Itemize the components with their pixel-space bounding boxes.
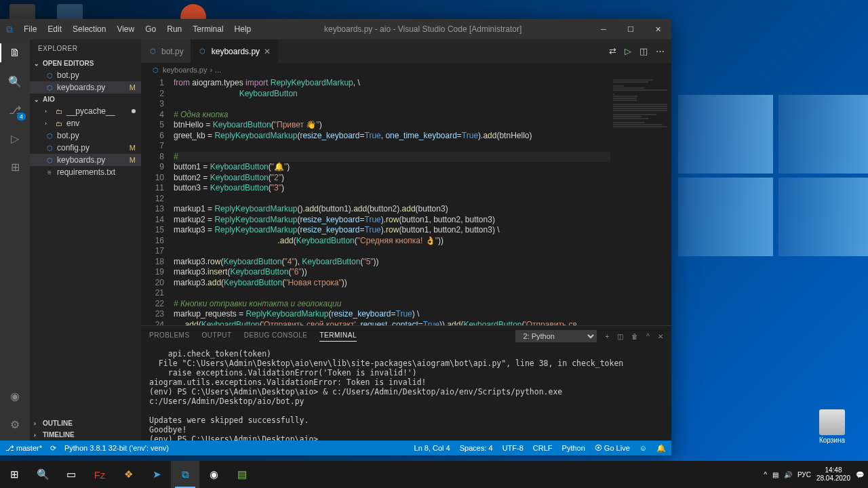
clock[interactable]: 14:48 28.04.2020	[816, 466, 850, 483]
vscode-taskbar-icon[interactable]: ⧉	[171, 461, 199, 488]
file-tree-item[interactable]: ⬡keyboards.pyM	[30, 154, 141, 166]
menubar: FileEditSelectionViewGoRunTerminalHelp	[19, 24, 256, 34]
maximize-button[interactable]: ☐	[617, 19, 644, 39]
menu-view[interactable]: View	[112, 24, 139, 34]
folder-section[interactable]: ⌄AIO	[30, 94, 141, 105]
python-file-icon: ⬡	[151, 65, 160, 75]
code-editor[interactable]: 123456789101112131415161718192021222324 …	[141, 77, 671, 325]
panel-tab-output[interactable]: OUTPUT	[202, 331, 232, 342]
indentation[interactable]: Spaces: 4	[460, 444, 493, 453]
file-tree-item[interactable]: ›🗀__pycache__	[30, 105, 141, 117]
minimap[interactable]	[610, 77, 671, 325]
titlebar[interactable]: ⧉ FileEditSelectionViewGoRunTerminalHelp…	[0, 19, 671, 39]
terminal[interactable]: api.check_token(token) File "C:\Users\Ad…	[141, 346, 671, 441]
folder-icon: 🗀	[54, 106, 64, 116]
window-controls: ─ ☐ ✕	[590, 19, 671, 39]
text-file-icon: ≡	[45, 167, 54, 177]
go-live[interactable]: ⦿ Go Live	[595, 444, 630, 453]
python-file-icon: ⬡	[45, 131, 54, 140]
window-title: keyboards.py - aio - Visual Studio Code …	[256, 24, 590, 34]
run-icon[interactable]: ▷	[625, 46, 631, 56]
recycle-bin[interactable]: Корзина	[815, 409, 849, 444]
debug-icon[interactable]: ▷	[7, 130, 23, 146]
taskbar: ⊞ 🔍 ▭ Fz ❖ ➤ ⧉ ◉ ▤ ^ ▤ 🔊 РУС 14:48 28.04…	[0, 461, 868, 488]
sidebar: EXPLORER ⌄OPEN EDITORS ⬡bot.py⬡keyboards…	[30, 39, 141, 441]
python-file-icon: ⬡	[148, 47, 157, 56]
filezilla-icon[interactable]: Fz	[85, 461, 114, 488]
explorer-icon[interactable]: 🗎	[7, 45, 23, 61]
panel-tab-terminal[interactable]: TERMINAL	[319, 331, 357, 342]
branch-status[interactable]: ⎇ master*	[5, 444, 42, 453]
chrome-icon[interactable]: ◉	[199, 461, 228, 488]
source-control-icon[interactable]: ⎇4	[7, 102, 23, 118]
eol[interactable]: CRLF	[533, 444, 553, 453]
start-button[interactable]: ⊞	[0, 461, 28, 488]
accounts-icon[interactable]: ◉	[7, 388, 23, 404]
search-icon[interactable]: 🔍	[7, 73, 23, 89]
python-file-icon: ⬡	[45, 70, 54, 80]
telegram-icon[interactable]: ➤	[142, 461, 171, 488]
panel-tabs: PROBLEMSOUTPUTDEBUG CONSOLETERMINAL 2: P…	[141, 326, 671, 346]
menu-selection[interactable]: Selection	[68, 24, 111, 34]
notifications-icon[interactable]: 🔔	[656, 444, 666, 453]
panel-tab-problems[interactable]: PROBLEMS	[149, 331, 190, 342]
split-editor-icon[interactable]: ◫	[639, 46, 648, 56]
search-icon[interactable]: 🔍	[28, 461, 57, 488]
settings-gear-icon[interactable]: ⚙	[7, 416, 23, 432]
more-icon[interactable]: ⋯	[656, 46, 665, 56]
file-tree-item[interactable]: ≡requirements.txt	[30, 166, 141, 178]
menu-run[interactable]: Run	[162, 24, 186, 34]
compare-icon[interactable]: ⇄	[609, 46, 616, 56]
menu-terminal[interactable]: Terminal	[188, 24, 228, 34]
close-button[interactable]: ✕	[644, 19, 671, 39]
close-panel-icon[interactable]: ✕	[658, 333, 663, 340]
scm-badge: 4	[17, 113, 26, 121]
outline-section[interactable]: ›OUTLINE	[30, 418, 141, 429]
close-tab-icon[interactable]: ✕	[264, 47, 271, 56]
breadcrumb[interactable]: ⬡ keyboards.py › ...	[141, 63, 671, 77]
bottom-panel: PROBLEMSOUTPUTDEBUG CONSOLETERMINAL 2: P…	[141, 325, 671, 441]
encoding[interactable]: UTF-8	[502, 444, 524, 453]
task-view-icon[interactable]: ▭	[57, 461, 85, 488]
volume-icon[interactable]: 🔊	[784, 471, 792, 479]
panel-tab-debug-console[interactable]: DEBUG CONSOLE	[244, 331, 308, 342]
tray-chevron-icon[interactable]: ^	[764, 471, 767, 479]
editor-tab[interactable]: ⬡bot.py	[141, 39, 191, 63]
language-indicator[interactable]: РУС	[797, 471, 811, 479]
menu-edit[interactable]: Edit	[43, 24, 66, 34]
terminal-selector[interactable]: 2: Python	[515, 330, 597, 342]
open-editors-section[interactable]: ⌄OPEN EDITORS	[30, 58, 141, 69]
cursor-position[interactable]: Ln 8, Col 4	[414, 444, 450, 453]
notepad-icon[interactable]: ▤	[228, 461, 256, 488]
sidebar-title: EXPLORER	[30, 39, 141, 58]
statusbar: ⎇ master* ⟳ Python 3.8.1 32-bit ('env': …	[0, 441, 671, 455]
editor-tab[interactable]: ⬡keyboards.py✕	[191, 39, 278, 63]
folder-icon: 🗀	[54, 119, 64, 128]
menu-help[interactable]: Help	[230, 24, 256, 34]
split-terminal-icon[interactable]: ◫	[617, 333, 623, 340]
open-editor-item[interactable]: ⬡bot.py	[30, 69, 141, 81]
app-icon[interactable]: ❖	[114, 461, 142, 488]
action-center-icon[interactable]: 💬	[856, 471, 864, 479]
timeline-section[interactable]: ›TIMELINE	[30, 429, 141, 441]
minimize-button[interactable]: ─	[590, 19, 617, 39]
kill-terminal-icon[interactable]: 🗑	[631, 333, 638, 340]
menu-file[interactable]: File	[19, 24, 41, 34]
vscode-window: ⧉ FileEditSelectionViewGoRunTerminalHelp…	[0, 19, 671, 455]
language-mode[interactable]: Python	[562, 444, 585, 453]
feedback-icon[interactable]: ☺	[639, 444, 647, 453]
network-icon[interactable]: ▤	[772, 471, 778, 479]
tab-actions: ⇄ ▷ ◫ ⋯	[609, 39, 671, 63]
maximize-panel-icon[interactable]: ^	[646, 333, 650, 340]
file-tree-item[interactable]: ⬡bot.py	[30, 129, 141, 142]
file-tree-item[interactable]: ›🗀env	[30, 117, 141, 129]
editor-tabs: ⬡bot.py⬡keyboards.py✕ ⇄ ▷ ◫ ⋯	[141, 39, 671, 63]
menu-go[interactable]: Go	[140, 24, 161, 34]
new-terminal-icon[interactable]: +	[605, 333, 609, 340]
open-editor-item[interactable]: ⬡keyboards.pyM	[30, 81, 141, 94]
file-tree-item[interactable]: ⬡config.pyM	[30, 142, 141, 154]
system-tray[interactable]: ^ ▤ 🔊 РУС 14:48 28.04.2020 💬	[764, 466, 868, 483]
sync-icon[interactable]: ⟳	[50, 444, 56, 453]
extensions-icon[interactable]: ⊞	[7, 159, 23, 175]
python-env[interactable]: Python 3.8.1 32-bit ('env': venv)	[64, 444, 169, 452]
